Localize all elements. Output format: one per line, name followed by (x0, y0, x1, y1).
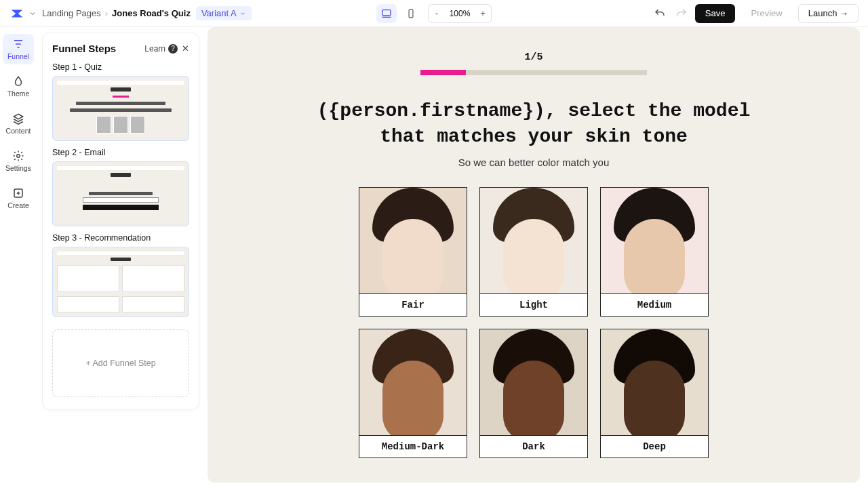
svg-rect-0 (382, 9, 391, 15)
preview-button[interactable]: Preview (741, 4, 792, 23)
variant-label: Variant A (201, 8, 237, 18)
app-logo (9, 6, 24, 21)
zoom-value: 100% (445, 9, 475, 18)
zoom-in-button[interactable]: + (475, 8, 491, 18)
zoom-out-button[interactable]: - (429, 8, 445, 18)
device-zoom-controls: - 100% + (376, 4, 492, 23)
breadcrumb-item[interactable]: Jones Road's Quiz (112, 8, 191, 18)
desktop-device-button[interactable] (376, 4, 397, 23)
zoom-control: - 100% + (428, 4, 492, 23)
undo-button[interactable] (652, 5, 668, 22)
save-button[interactable]: Save (695, 4, 736, 23)
breadcrumb-item[interactable]: Landing Pages (42, 8, 101, 18)
variant-selector[interactable]: Variant A (196, 6, 252, 20)
chevron-right-icon: › (105, 8, 108, 18)
mobile-device-button[interactable] (401, 4, 421, 23)
chevron-down-icon[interactable] (28, 9, 37, 18)
launch-button[interactable]: Launch → (798, 4, 859, 23)
top-bar: Landing Pages › Jones Road's Quiz Varian… (0, 0, 868, 27)
svg-rect-1 (409, 9, 413, 18)
redo-button[interactable] (673, 5, 690, 22)
chevron-down-icon (239, 10, 246, 17)
breadcrumb: Landing Pages › Jones Road's Quiz (42, 8, 191, 18)
